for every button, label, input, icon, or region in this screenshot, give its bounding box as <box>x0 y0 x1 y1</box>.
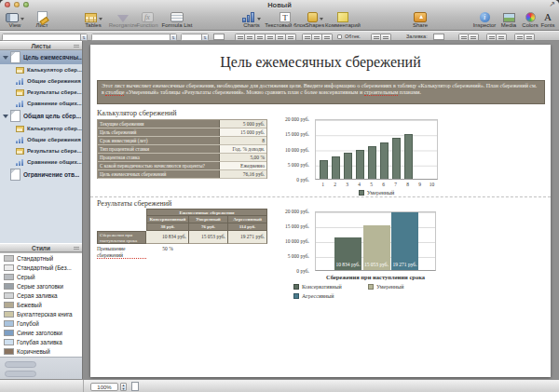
panel-grip-icon[interactable] <box>74 247 79 250</box>
toolbar-button-sheet[interactable]: Лист <box>30 9 54 30</box>
insert-segment[interactable] <box>371 34 391 41</box>
empty-cell[interactable] <box>97 216 146 223</box>
calc-value-cell[interactable]: 5,00 % <box>220 154 266 161</box>
sidebar-item-table-calc-2[interactable]: Калькулятор сбер... <box>0 123 82 134</box>
maturity-value-aggressive[interactable]: 19 271 руб. <box>228 231 267 244</box>
column-header-aggressive[interactable]: Агрессивный <box>228 216 267 223</box>
sidebar-item-table-calc-1[interactable]: Калькулятор сбер... <box>0 64 82 75</box>
savings-calculator-table[interactable]: Текущие сбережения5 000 руб. Цель сбереж… <box>97 119 267 179</box>
disclosure-triangle-icon[interactable] <box>3 115 8 118</box>
table-row[interactable]: Срок инвестиций (лет)8 <box>98 137 266 145</box>
style-item[interactable]: Синие заголовки <box>0 329 82 338</box>
canvas[interactable]: Цель ежемесячных сбережений Этот лист вы… <box>84 41 559 379</box>
sheets-panel-header[interactable]: Листы <box>0 41 82 50</box>
font-family-select[interactable]: ⇅ <box>2 34 88 41</box>
disclosure-triangle-icon[interactable] <box>3 56 8 60</box>
style-item[interactable]: Серая заливка <box>0 291 82 300</box>
savings-results-table[interactable]: Ежемесячные сбережения Консервативный Ум… <box>97 209 267 244</box>
bar-year-5[interactable] <box>368 146 376 179</box>
text-color-well[interactable] <box>213 34 225 40</box>
calc-value-cell[interactable]: 8 <box>220 137 266 144</box>
calculator-heading[interactable]: Калькулятор сбережений <box>97 109 177 117</box>
calc-value-cell[interactable]: 5 000 руб. <box>220 120 266 128</box>
column-header-conservative[interactable]: Консервативный <box>146 216 189 223</box>
sidebar-item-table-results-1[interactable]: Результаты сбере... <box>0 87 82 98</box>
column-header-moderate[interactable]: Умеренный <box>189 216 228 223</box>
toolbar-button-share[interactable]: Share <box>406 9 434 30</box>
font-typeface-select[interactable]: ⇅ <box>91 34 177 41</box>
bar-year-6[interactable] <box>380 142 389 179</box>
savings-growth-chart[interactable] <box>315 119 438 180</box>
zoom-stepper[interactable]: ▲▼ <box>120 383 127 391</box>
toolbar-button-fonts[interactable]: A Fonts <box>539 9 557 30</box>
calc-label-cell[interactable]: Тип процентной ставки <box>98 145 220 153</box>
sidebar-item-chart-compare-1[interactable]: Сравнение общих... <box>0 98 82 109</box>
results-heading[interactable]: Результаты сбережений <box>97 199 171 208</box>
sidebar-item-sheet-2[interactable]: Общая цель сбер... <box>0 109 82 123</box>
border-width-segment[interactable] <box>486 34 507 41</box>
style-item[interactable]: Стандартный <box>0 253 82 263</box>
table-row[interactable]: Цель сбережений15 000 руб. <box>98 128 266 137</box>
calc-label-cell[interactable]: Текущие сбережения <box>98 120 220 128</box>
sidebar-item-chart-common-1[interactable]: Общие сбережения <box>0 75 82 87</box>
bar-year-3[interactable] <box>344 153 352 179</box>
vertical-align-segment[interactable] <box>302 34 333 41</box>
sidebar-item-chart-compare-2[interactable]: Сравнение общих... <box>0 156 82 168</box>
table-row[interactable]: Текущие сбережения5 000 руб. <box>98 120 266 128</box>
wrap-checkbox[interactable] <box>337 34 342 39</box>
fill-color-well[interactable] <box>433 34 444 40</box>
sidebar-item-sheet-3[interactable]: Ограничение отв... <box>0 168 82 182</box>
bar-Агрессивный[interactable]: 19 271 руб. <box>391 212 418 270</box>
calc-value-cell[interactable]: Ежедневно <box>220 162 266 169</box>
bar-year-2[interactable] <box>332 156 340 179</box>
calc-label-cell[interactable]: Цель сбережений <box>98 128 220 136</box>
document-page[interactable]: Цель ежемесячных сбережений Этот лист вы… <box>90 45 551 377</box>
table-row[interactable]: Процентная ставка5,00 % <box>98 154 266 162</box>
toolbar-button-formula-list[interactable]: Formula List <box>157 9 198 30</box>
bar-Консервативный[interactable]: 10 834 руб. <box>334 237 361 270</box>
toolbar-button-comment[interactable]: Комментарий <box>322 9 363 30</box>
sidebar-item-sheet-1[interactable]: Цель ежемесячны... <box>0 50 82 64</box>
calc-value-cell[interactable]: 76,16 руб. <box>220 170 266 178</box>
calc-label-cell[interactable]: Цель ежемесячных сбережений <box>98 170 220 178</box>
maturity-value-conservative[interactable]: 10 834 руб. <box>146 231 189 244</box>
toolbar-button-inspector[interactable]: i Inspector <box>469 9 500 30</box>
monthly-value-conservative[interactable]: 38 руб. <box>146 223 189 231</box>
excess-label[interactable]: Превышение сбережений <box>97 246 146 259</box>
empty-cell[interactable] <box>97 209 146 216</box>
fullscreen-icon[interactable]: ↗ <box>549 0 555 8</box>
empty-cell[interactable] <box>97 223 146 231</box>
calc-label-cell[interactable]: С какой периодичностью начисляются проце… <box>98 162 220 169</box>
monthly-value-moderate[interactable]: 76 руб. <box>189 223 228 231</box>
styles-panel-header[interactable]: Стили <box>0 243 82 252</box>
description-text-box[interactable]: Этот лист вычисляет ежемесячные сбережен… <box>97 80 545 104</box>
page-view-icon[interactable] <box>131 382 139 391</box>
zoom-level-select[interactable]: 100% <box>90 383 118 391</box>
monthly-value-aggressive[interactable]: 114 руб. <box>228 223 267 231</box>
font-size-select[interactable]: ⇅ <box>181 34 209 41</box>
style-item[interactable]: Коричневый <box>0 347 82 357</box>
bar-year-4[interactable] <box>356 150 364 180</box>
toolbar-button-view[interactable]: View <box>2 9 28 30</box>
style-item[interactable]: Серый <box>0 272 82 281</box>
calc-label-cell[interactable]: Срок инвестиций (лет) <box>98 137 220 144</box>
excess-value[interactable]: 50 % <box>146 246 189 259</box>
page-title[interactable]: Цель ежемесячных сбережений <box>90 54 551 71</box>
bar-Умеренный[interactable]: 15 053 руб. <box>363 225 390 270</box>
style-item[interactable]: Голубой <box>0 319 82 329</box>
toolbar-button-text-box[interactable]: T Текстовый блок <box>263 9 307 30</box>
style-item[interactable]: Серые заголовки <box>0 281 82 291</box>
bar-year-8[interactable] <box>404 134 413 179</box>
calc-label-cell[interactable]: Процентная ставка <box>98 154 220 161</box>
title-bar[interactable]: Новый ↗ <box>0 0 559 9</box>
sidebar-item-chart-common-2[interactable]: Общие сбережения <box>0 134 82 145</box>
bar-year-1[interactable] <box>320 160 328 179</box>
maturity-row-label[interactable]: Сбережения при наступлении срока <box>97 231 146 244</box>
style-item[interactable]: Бежевый <box>0 300 82 309</box>
style-item[interactable]: Стандартный (Без... <box>0 263 82 272</box>
results-comparison-chart[interactable]: 10 834 руб.15 053 руб.19 271 руб. <box>315 211 436 271</box>
calc-value-cell[interactable]: 15 000 руб. <box>220 128 266 136</box>
style-item[interactable]: Голубая заливка <box>0 338 82 347</box>
table-row[interactable]: Цель ежемесячных сбережений76,16 руб. <box>98 170 266 179</box>
panel-grip-icon[interactable] <box>74 45 79 48</box>
